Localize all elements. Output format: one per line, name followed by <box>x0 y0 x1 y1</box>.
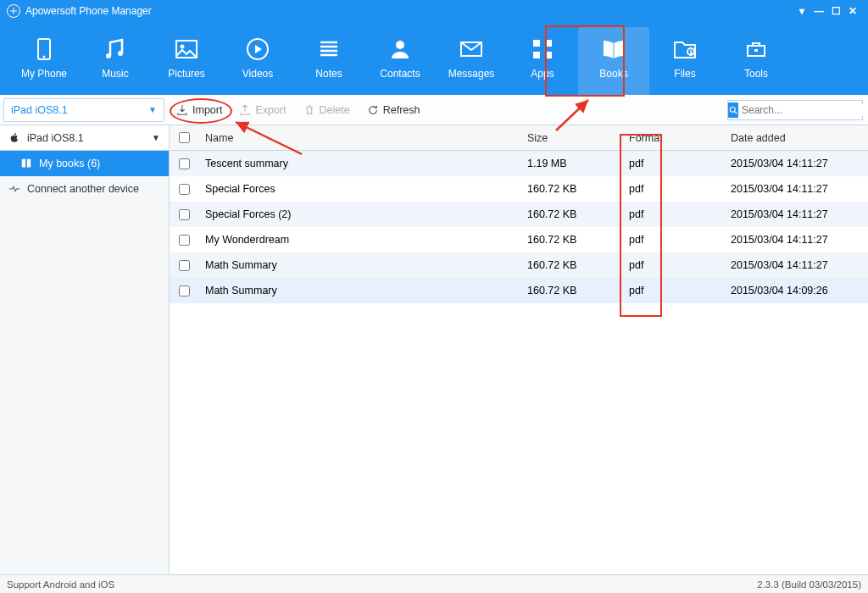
cell-format: pdf <box>622 208 724 220</box>
table-header: Name Size Format Date added <box>170 125 868 151</box>
row-checkbox[interactable] <box>179 285 190 296</box>
svg-point-2 <box>106 53 111 58</box>
maximize-button[interactable]: ☐ <box>827 5 844 17</box>
import-icon <box>176 104 188 116</box>
apps-icon <box>529 36 556 63</box>
sidebar-item-connect[interactable]: Connect another device <box>0 176 169 202</box>
search-icon <box>728 103 738 118</box>
search-input[interactable] <box>738 104 868 116</box>
cell-format: pdf <box>622 158 724 169</box>
svg-rect-10 <box>533 52 540 58</box>
nav-contacts-label: Contacts <box>380 68 420 80</box>
chevron-down-icon: ▼ <box>148 105 157 114</box>
window-options-icon[interactable]: ▾ <box>793 5 810 17</box>
sidebar-device-header[interactable]: iPad iOS8.1 ▼ <box>0 125 169 151</box>
table-row[interactable]: Tescent summary1.19 MBpdf2015/03/04 14:1… <box>170 151 868 176</box>
svg-point-1 <box>43 56 46 58</box>
row-checkbox[interactable] <box>179 260 190 271</box>
search-box[interactable]: ✕ <box>727 100 863 120</box>
nav-myphone-label: My Phone <box>21 68 67 80</box>
cell-name: Tescent summary <box>198 158 520 169</box>
row-checkbox[interactable] <box>179 209 190 220</box>
device-select-value: iPad iOS8.1 <box>11 104 68 116</box>
nav-contacts[interactable]: Contacts <box>364 27 436 95</box>
svg-point-3 <box>118 51 123 56</box>
app-title: Apowersoft Phone Manager <box>25 5 152 17</box>
nav-pictures[interactable]: Pictures <box>151 27 222 95</box>
svg-rect-9 <box>545 40 552 47</box>
refresh-label: Refresh <box>383 104 420 116</box>
nav-videos-label: Videos <box>242 68 273 80</box>
delete-button[interactable]: Delete <box>295 95 359 125</box>
cell-size: 160.72 KB <box>520 285 622 296</box>
select-all-checkbox[interactable] <box>179 132 190 143</box>
refresh-button[interactable]: Refresh <box>359 95 429 125</box>
videos-icon <box>244 36 271 63</box>
nav-messages-label: Messages <box>448 68 495 80</box>
nav-notes[interactable]: Notes <box>293 27 364 95</box>
cell-size: 1.19 MB <box>520 158 622 169</box>
svg-point-15 <box>730 107 735 112</box>
row-checkbox[interactable] <box>179 158 190 169</box>
table-row[interactable]: Special Forces160.72 KBpdf2015/03/04 14:… <box>170 176 868 202</box>
files-icon <box>671 36 698 63</box>
col-format[interactable]: Format <box>622 132 724 144</box>
table-row[interactable]: Math Summary160.72 KBpdf2015/03/04 14:09… <box>170 278 868 303</box>
nav-music[interactable]: Music <box>80 27 151 95</box>
svg-point-5 <box>181 45 185 49</box>
cell-format: pdf <box>622 183 724 195</box>
cell-date: 2015/03/04 14:11:27 <box>724 183 868 195</box>
cell-format: pdf <box>622 234 724 246</box>
col-size[interactable]: Size <box>520 132 622 144</box>
table-row[interactable]: Math Summary160.72 KBpdf2015/03/04 14:11… <box>170 252 868 278</box>
device-select[interactable]: iPad iOS8.1 ▼ <box>3 98 164 122</box>
nav-files[interactable]: Files <box>649 27 721 95</box>
chevron-down-icon: ▼ <box>152 133 160 142</box>
cell-date: 2015/03/04 14:09:26 <box>724 285 868 296</box>
refresh-icon <box>367 104 379 116</box>
nav-apps[interactable]: Apps <box>507 27 578 95</box>
cell-name: Special Forces <box>198 183 520 195</box>
col-name[interactable]: Name <box>198 132 520 144</box>
status-bar: Support Android and iOS 2.3.3 (Build 03/… <box>0 574 868 593</box>
import-label: Import <box>192 104 222 116</box>
messages-icon <box>458 36 485 63</box>
main-nav: My PhoneMusicPicturesVideosNotesContacts… <box>0 22 868 95</box>
row-checkbox[interactable] <box>179 184 190 195</box>
table-row[interactable]: Special Forces (2)160.72 KBpdf2015/03/04… <box>170 202 868 227</box>
nav-books-label: Books <box>599 68 627 80</box>
nav-myphone[interactable]: My Phone <box>8 27 80 95</box>
row-checkbox[interactable] <box>179 235 190 246</box>
status-right: 2.3.3 (Build 03/03/2015) <box>757 579 861 590</box>
connect-icon <box>8 183 20 195</box>
nav-books[interactable]: Books <box>578 27 649 95</box>
nav-videos[interactable]: Videos <box>222 27 293 95</box>
export-button[interactable]: Export <box>231 95 294 125</box>
books-table: Name Size Format Date added Tescent summ… <box>170 125 868 574</box>
close-button[interactable]: ✕ <box>844 5 861 17</box>
export-icon <box>239 104 251 116</box>
nav-tools[interactable]: Tools <box>721 27 792 95</box>
cell-name: Math Summary <box>198 259 520 271</box>
nav-messages[interactable]: Messages <box>436 27 507 95</box>
table-row[interactable]: My Wonderdream160.72 KBpdf2015/03/04 14:… <box>170 227 868 252</box>
export-label: Export <box>255 104 286 116</box>
books-icon <box>600 36 627 63</box>
cell-size: 160.72 KB <box>520 259 622 271</box>
import-button[interactable]: Import <box>168 95 231 125</box>
music-icon <box>102 36 129 63</box>
nav-apps-label: Apps <box>531 68 554 80</box>
minimize-button[interactable]: — <box>810 5 827 17</box>
svg-rect-11 <box>545 52 552 58</box>
svg-point-7 <box>396 41 404 49</box>
toolbar: iPad iOS8.1 ▼ Import Export Delete Refre… <box>0 95 868 125</box>
titlebar: Apowersoft Phone Manager ▾ — ☐ ✕ <box>0 0 868 22</box>
nav-pictures-label: Pictures <box>168 68 204 80</box>
sidebar-item-mybooks[interactable]: My books (6) <box>0 151 169 176</box>
cell-format: pdf <box>622 285 724 296</box>
trash-icon <box>303 104 315 116</box>
svg-rect-14 <box>754 49 758 52</box>
notes-icon <box>315 36 342 63</box>
col-date[interactable]: Date added <box>724 132 868 144</box>
app-icon <box>7 4 20 18</box>
